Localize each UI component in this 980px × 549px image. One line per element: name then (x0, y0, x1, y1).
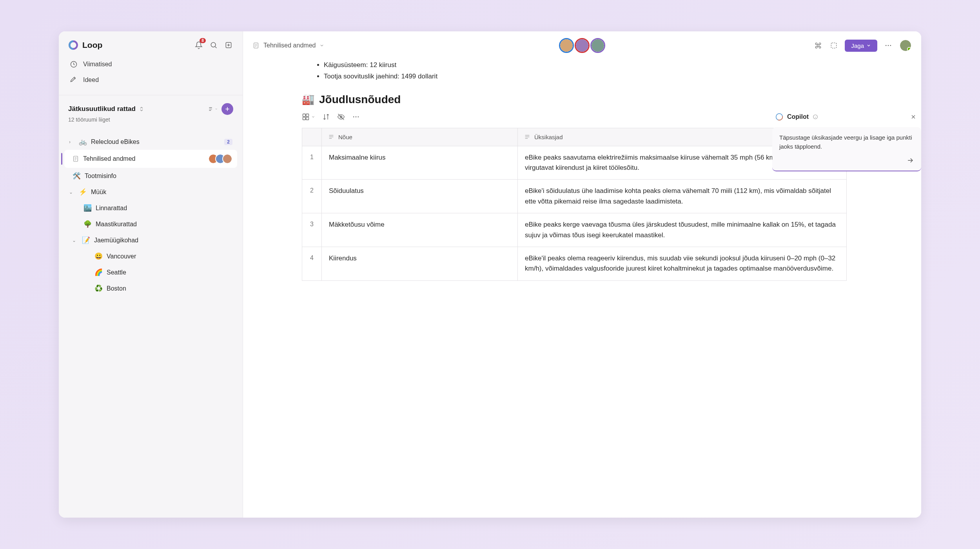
bike-icon: 🚲 (78, 138, 87, 146)
command-icon (815, 42, 822, 49)
bolt-icon: ⚡ (78, 188, 87, 196)
tree-item-boston[interactable]: ♻️ Boston (64, 280, 237, 296)
app-logo[interactable]: Loop (68, 40, 102, 50)
info-icon[interactable] (813, 114, 818, 120)
add-workspace-item-button[interactable] (221, 103, 233, 115)
cell-details[interactable]: eBike'i sõiduulatus ühe laadimise kohta … (518, 180, 847, 213)
header-actions: 8 (194, 40, 233, 50)
nav-recents[interactable]: Viimatised (64, 56, 237, 72)
component-button[interactable] (829, 41, 838, 50)
page-icon (72, 155, 79, 162)
cell-requirement[interactable]: Sõiduulatus (322, 180, 518, 213)
svg-point-11 (576, 39, 588, 52)
tree-item-tech-data[interactable]: Tehnilised andmed (64, 150, 237, 168)
bullet-item[interactable]: Tootja soovituslik jaehind: 1499 dollari… (324, 71, 847, 82)
tree-label: Linnarattad (96, 205, 232, 212)
svg-point-14 (886, 45, 887, 46)
bullet-item[interactable]: Käigusüsteem: 12 kiirust (324, 60, 847, 71)
presence-avatar[interactable] (590, 38, 605, 53)
chevron-right-icon: › (69, 139, 74, 145)
table-row[interactable]: 3 Mäkketõusu võime eBike peaks kerge vae… (302, 213, 847, 247)
main-area: Tehnilised andmed Jaga (243, 31, 921, 518)
more-button[interactable] (884, 41, 893, 50)
sort-icon[interactable] (322, 113, 330, 121)
more-horizontal-icon (884, 42, 892, 49)
svg-point-16 (890, 45, 891, 46)
table-row[interactable]: 1 Maksimaalne kiirus eBike peaks saavuta… (302, 146, 847, 180)
svg-rect-13 (831, 43, 837, 48)
workspace-subtitle: 12 tööruumi liiget (68, 116, 233, 123)
pen-icon (70, 76, 78, 84)
command-button[interactable] (813, 41, 823, 50)
row-number: 2 (302, 180, 322, 213)
table-toolbar (302, 113, 847, 121)
tree-item-relecloud[interactable]: › 🚲 Relecloud eBikes 2 (64, 134, 237, 150)
tree-item-production[interactable]: 🛠️ Tootmisinfo (64, 168, 237, 184)
nav-ideas[interactable]: Ideed (64, 72, 237, 88)
list-options-button[interactable] (208, 104, 218, 114)
page-icon (252, 42, 260, 49)
tree-item-mountain-bikes[interactable]: 🌳 Maastikurattad (64, 216, 237, 232)
app-name: Loop (82, 40, 102, 50)
tree-item-seattle[interactable]: 🌈 Seattle (64, 264, 237, 280)
row-number: 3 (302, 213, 322, 247)
presence-avatar[interactable] (559, 38, 574, 53)
tree-label: Müük (91, 189, 232, 196)
breadcrumb[interactable]: Tehnilised andmed (252, 42, 324, 49)
chevron-down-icon: ⌄ (72, 238, 78, 243)
tree-item-city-bikes[interactable]: 🏙️ Linnarattad (64, 200, 237, 216)
svg-point-12 (592, 39, 604, 52)
share-label: Jaga (851, 42, 864, 49)
cell-requirement[interactable]: Kiirendus (322, 247, 518, 280)
tree-label: Relecloud eBikes (91, 138, 220, 145)
tree-item-retail[interactable]: ⌄ 📝 Jaemüügikohad (64, 232, 237, 248)
workspace-switcher[interactable]: Jätkusuutlikud rattad (68, 105, 144, 113)
arrow-right-icon[interactable] (906, 156, 914, 164)
nav-recents-label: Viimatised (83, 61, 112, 68)
tree-item-sales[interactable]: ⌄ ⚡ Müük (64, 184, 237, 200)
svg-point-18 (907, 47, 911, 51)
user-avatar[interactable] (899, 39, 912, 52)
copilot-title: Copilot (787, 113, 809, 120)
sidebar: Loop 8 Viimatised (59, 31, 243, 518)
sidebar-nav: Viimatised Ideed (59, 56, 243, 95)
close-copilot-button[interactable] (909, 112, 918, 122)
copilot-prompt-card[interactable]: Täpsustage üksikasjade veergu ja lisage … (772, 127, 921, 171)
presence-group (559, 38, 605, 53)
search-button[interactable] (209, 40, 218, 50)
chevron-down-icon: ⌄ (69, 189, 74, 195)
workspace-section: Jätkusuutlikud rattad 12 tööruumi liiget (59, 95, 243, 127)
add-page-button[interactable] (224, 40, 233, 50)
table-header-num[interactable] (302, 128, 322, 146)
tree-label: Jaemüügikohad (94, 237, 232, 244)
notifications-button[interactable]: 8 (194, 40, 203, 50)
presence-avatar[interactable] (575, 38, 590, 53)
cell-details[interactable]: eBike'il peaks olema reageeriv kiirendus… (518, 247, 847, 280)
cell-details[interactable]: eBike peaks kerge vaevaga tõusma üles jä… (518, 213, 847, 247)
presence-avatars (211, 154, 232, 164)
cell-requirement[interactable]: Maksimaalne kiirus (322, 146, 518, 180)
table-row[interactable]: 4 Kiirendus eBike'il peaks olema reageer… (302, 247, 847, 280)
share-button[interactable]: Jaga (845, 40, 877, 52)
tree-label: Maastikurattad (96, 221, 232, 228)
svg-rect-21 (303, 117, 306, 120)
view-switcher[interactable] (302, 113, 315, 121)
visibility-icon[interactable] (337, 113, 345, 121)
chevron-down-icon (311, 115, 315, 119)
copilot-header: Copilot (772, 111, 921, 127)
tree-item-vancouver[interactable]: 😀 Vancouver (64, 248, 237, 264)
notification-badge: 8 (200, 38, 206, 43)
table-row[interactable]: 2 Sõiduulatus eBike'i sõiduulatus ühe la… (302, 180, 847, 213)
search-icon (210, 41, 218, 49)
copilot-panel: Copilot Täpsustage üksikasjade veergu ja… (772, 111, 921, 171)
tree-label: Seattle (107, 269, 232, 276)
section-heading[interactable]: 🏭 Jõudlusnõuded (302, 93, 847, 106)
workspace-tree: › 🚲 Relecloud eBikes 2 Tehnilised andmed… (59, 127, 243, 296)
table-header-requirement[interactable]: Nõue (322, 128, 518, 146)
more-horizontal-icon[interactable] (352, 113, 360, 121)
cell-requirement[interactable]: Mäkketõusu võime (322, 213, 518, 247)
clock-icon (70, 60, 78, 68)
list-icon (208, 105, 214, 113)
topbar-right: Jaga (813, 39, 912, 52)
svg-point-2 (211, 42, 216, 47)
